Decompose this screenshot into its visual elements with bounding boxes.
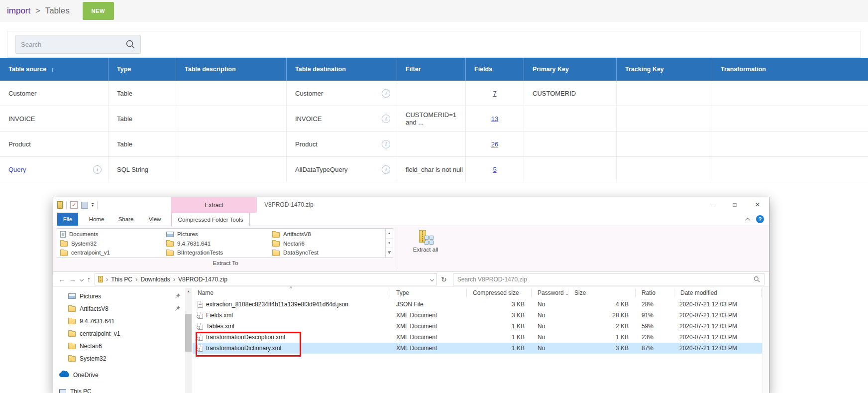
gallery-item[interactable]: System32 — [60, 239, 166, 249]
properties-check-icon[interactable]: ✓ — [70, 201, 78, 209]
fields-count-link[interactable]: 26 — [491, 140, 498, 148]
sidebar-item-centralpoint[interactable]: centralpoint_v1 — [53, 327, 193, 340]
gallery-item[interactable]: Pictures — [166, 230, 272, 239]
column-header-date-modified[interactable]: Date modified — [674, 288, 762, 297]
tab-home[interactable]: Home — [85, 213, 108, 226]
tab-share[interactable]: Share — [114, 213, 138, 226]
sidebar-item-artifactsv8[interactable]: ArtifactsV8 — [53, 302, 193, 315]
breadcrumb-section[interactable]: import — [7, 6, 30, 15]
scroll-up-icon[interactable]: ▲ — [185, 288, 192, 295]
column-header-transformation[interactable]: Transformation — [712, 58, 868, 81]
address-crumb[interactable]: V8PROD-1470.zip — [178, 276, 227, 283]
search-icon[interactable] — [125, 39, 135, 49]
file-list-scrollbar[interactable] — [762, 287, 769, 393]
cell-transformation — [712, 81, 868, 106]
explorer-search-box[interactable] — [453, 273, 764, 285]
column-header-type[interactable]: Type — [108, 58, 176, 81]
divider — [97, 201, 98, 209]
sidebar-item-this-pc[interactable]: This PC — [53, 385, 193, 393]
fields-count-link[interactable]: 5 — [493, 166, 496, 173]
info-icon[interactable]: i — [93, 165, 102, 174]
scrollbar-thumb[interactable] — [185, 314, 192, 352]
address-crumb[interactable]: This PC — [111, 276, 132, 283]
column-header-password[interactable]: Password ... — [532, 288, 568, 297]
file-row[interactable]: extraction_8108ec8234ff4b11a139e8f3d941d… — [193, 299, 762, 310]
table-row[interactable]: INVOICE Table INVOICE i CUSTOMERID=1 and… — [0, 106, 868, 131]
close-button[interactable]: ✕ — [746, 197, 769, 212]
table-row[interactable]: Product Table Product i 26 — [0, 131, 868, 157]
gallery-item[interactable]: DataSyncTest — [272, 248, 378, 258]
tab-file[interactable]: File — [57, 213, 78, 226]
minimize-button[interactable]: ─ — [700, 197, 723, 212]
maximize-button[interactable]: □ — [723, 197, 746, 212]
sidebar-scrollbar[interactable]: ▲ — [185, 288, 192, 393]
column-header-table-description[interactable]: Table description — [176, 58, 287, 81]
customize-toolbar-icon[interactable]: ▾ — [92, 203, 94, 207]
address-crumb[interactable]: Downloads — [140, 276, 170, 283]
column-header-filter[interactable]: Filter — [397, 58, 466, 81]
refresh-icon[interactable]: ↻ — [441, 275, 447, 283]
column-header-compressed-size[interactable]: Compressed size — [467, 288, 532, 297]
search-icon[interactable] — [754, 276, 760, 282]
chevron-right-icon[interactable]: › — [135, 275, 137, 283]
recent-locations-icon[interactable] — [80, 277, 84, 281]
tab-compressed-folder-tools[interactable]: Compressed Folder Tools — [171, 213, 250, 226]
gallery-item[interactable]: Nectari6 — [272, 239, 378, 249]
table-search-panel — [7, 31, 861, 58]
new-folder-icon[interactable] — [81, 202, 88, 209]
gallery-scroll-down-icon[interactable]: ▼ — [386, 238, 393, 248]
file-row[interactable]: transformationDescription.xml XML Docume… — [193, 332, 762, 343]
gallery-scroll-up-icon[interactable]: ▲ — [386, 229, 393, 238]
column-header-primary-key[interactable]: Primary Key — [524, 58, 617, 81]
tab-view[interactable]: View — [144, 213, 166, 226]
explorer-search-input[interactable] — [457, 276, 754, 283]
info-icon[interactable]: i — [382, 115, 390, 123]
back-icon[interactable]: ← — [58, 276, 65, 283]
gallery-item[interactable]: Documents — [60, 230, 166, 239]
help-icon[interactable]: ? — [756, 215, 764, 223]
column-header-fields[interactable]: Fields — [466, 58, 524, 81]
column-header-tracking-key[interactable]: Tracking Key — [617, 58, 712, 81]
gallery-item[interactable]: BIIntegrationTests — [166, 248, 272, 258]
sidebar-item-pictures[interactable]: Pictures — [53, 290, 193, 302]
contextual-tab-extract[interactable]: Extract — [171, 197, 257, 213]
sidebar-item-nectari6[interactable]: Nectari6 — [53, 340, 193, 352]
column-header-table-destination[interactable]: Table destination — [287, 58, 397, 81]
query-source-link[interactable]: Query — [8, 166, 26, 173]
forward-icon[interactable]: → — [69, 276, 76, 283]
chevron-right-icon[interactable]: › — [173, 275, 175, 283]
column-header-table-source[interactable]: Table source ↑ — [0, 58, 108, 81]
window-titlebar[interactable]: ✓ ▾ Extract V8PROD-1470.zip ─ □ ✕ — [53, 197, 769, 213]
column-header-ratio[interactable]: Ratio — [636, 288, 674, 297]
gallery-item[interactable]: 9.4.7631.641 — [166, 239, 272, 249]
table-row[interactable]: Customer Table Customer i 7 CUSTOMERID — [0, 81, 868, 106]
sidebar-item-onedrive[interactable]: OneDrive — [53, 369, 193, 381]
sidebar-item-system32[interactable]: System32 — [53, 352, 193, 365]
file-row[interactable]: Tables.xml XML Document 1 KB No 2 KB 59%… — [193, 321, 762, 332]
info-icon[interactable]: i — [382, 89, 390, 98]
cell-description — [176, 106, 287, 131]
fields-count-link[interactable]: 7 — [493, 90, 496, 97]
file-row-selected[interactable]: transformationDictionary.xml XML Documen… — [193, 343, 762, 354]
column-header-type[interactable]: Type — [390, 288, 467, 297]
info-icon[interactable]: i — [382, 140, 390, 148]
table-search-box[interactable] — [15, 35, 141, 54]
table-search-input[interactable] — [21, 41, 125, 48]
column-header-size[interactable]: Size — [568, 288, 636, 297]
table-row[interactable]: Query i SQL String AllDataTypeQuery i fi… — [0, 157, 868, 182]
address-bar[interactable]: › This PC › Downloads › V8PROD-1470.zip — [95, 273, 437, 285]
chevron-right-icon[interactable]: › — [106, 275, 108, 283]
fields-count-link[interactable]: 13 — [491, 115, 498, 123]
gallery-more-icon[interactable]: ▼ — [386, 248, 393, 258]
extract-all-button[interactable]: Extract all — [402, 228, 449, 269]
gallery-item[interactable]: ArtifactsV8 — [272, 230, 378, 239]
collapse-ribbon-icon[interactable] — [745, 217, 750, 222]
address-dropdown-icon[interactable] — [430, 277, 434, 281]
new-button[interactable]: NEW — [83, 2, 114, 20]
info-icon[interactable]: i — [382, 165, 390, 174]
file-row[interactable]: Fields.xml XML Document 3 KB No 28 KB 91… — [193, 310, 762, 321]
up-icon[interactable]: ↑ — [87, 276, 91, 283]
gallery-item[interactable]: centralpoint_v1 — [60, 248, 166, 258]
cell-source: Query i — [0, 157, 108, 182]
sidebar-item-version-folder[interactable]: 9.4.7631.641 — [53, 315, 193, 327]
